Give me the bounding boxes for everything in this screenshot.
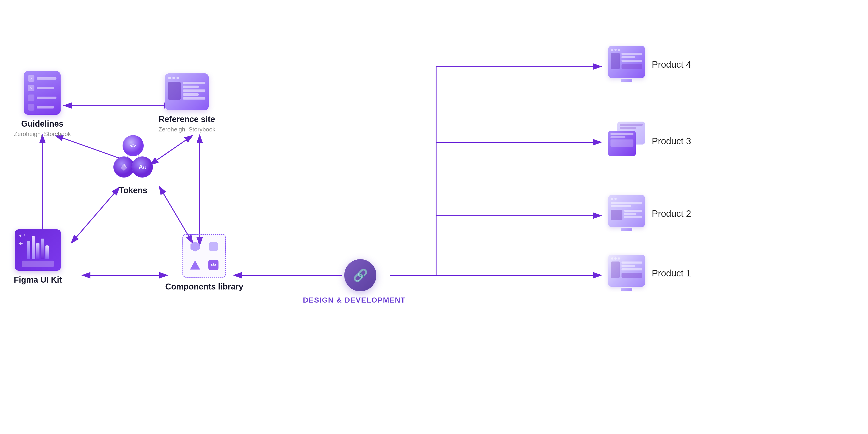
- square-shape: [208, 241, 219, 253]
- hex-shape: [189, 241, 201, 253]
- components-node: </> Components library: [165, 234, 243, 292]
- product3-node: Product 3: [608, 122, 691, 161]
- product2-icon: [608, 195, 645, 232]
- guidelines-node: ✓ ✕ Guidelines Zeroheigh, Storybook: [14, 71, 71, 138]
- figma-node: ✦ ✦ ✦ Figma UI Kit: [14, 229, 62, 285]
- svg-text:Aa: Aa: [139, 164, 146, 170]
- components-icon: </>: [182, 234, 226, 277]
- code-shape: </>: [208, 259, 219, 271]
- tokens-icon: <> Aa: [108, 133, 158, 183]
- tokens-label: Tokens: [119, 185, 147, 195]
- svg-text:</>: </>: [211, 263, 216, 267]
- figma-icon: ✦ ✦ ✦: [15, 229, 61, 271]
- svg-text:<>: <>: [130, 143, 136, 148]
- svg-marker-28: [190, 241, 200, 252]
- product2-node: Product 2: [608, 195, 691, 232]
- svg-line-9: [156, 135, 193, 161]
- product2-label: Product 2: [652, 208, 691, 219]
- product1-icon: [608, 255, 645, 292]
- svg-marker-30: [190, 260, 200, 270]
- product1-node: Product 1: [608, 255, 691, 292]
- diagram-container: ✓ ✕ Guidelines Zeroheigh, Storybook: [0, 0, 868, 434]
- hub-circle: 🔗: [344, 259, 376, 291]
- guidelines-label: Guidelines: [21, 119, 63, 129]
- reference-site-icon: [165, 73, 209, 110]
- svg-rect-29: [209, 242, 218, 251]
- reference-site-sublabel: Zeroheigh, Storybook: [158, 126, 216, 133]
- product4-icon: [608, 46, 645, 83]
- product3-label: Product 3: [652, 136, 691, 146]
- guidelines-sublabel: Zeroheigh, Storybook: [14, 131, 71, 138]
- reference-site-label: Reference site: [159, 114, 215, 124]
- tokens-node: <> Aa: [108, 133, 158, 195]
- product4-node: Product 4: [608, 46, 691, 83]
- figma-label: Figma UI Kit: [14, 275, 62, 285]
- product4-label: Product 4: [652, 59, 691, 70]
- guidelines-icon: ✓ ✕: [24, 71, 61, 115]
- hub-label: DESIGN & DEVELOPMENT: [303, 296, 385, 304]
- product3-icon: [608, 122, 645, 161]
- components-label: Components library: [165, 282, 243, 292]
- reference-site-node: Reference site Zeroheigh, Storybook: [158, 73, 216, 133]
- triangle-shape: [189, 259, 201, 271]
- connectors-svg: [0, 0, 868, 434]
- svg-line-8: [71, 193, 115, 243]
- product1-label: Product 1: [652, 268, 691, 278]
